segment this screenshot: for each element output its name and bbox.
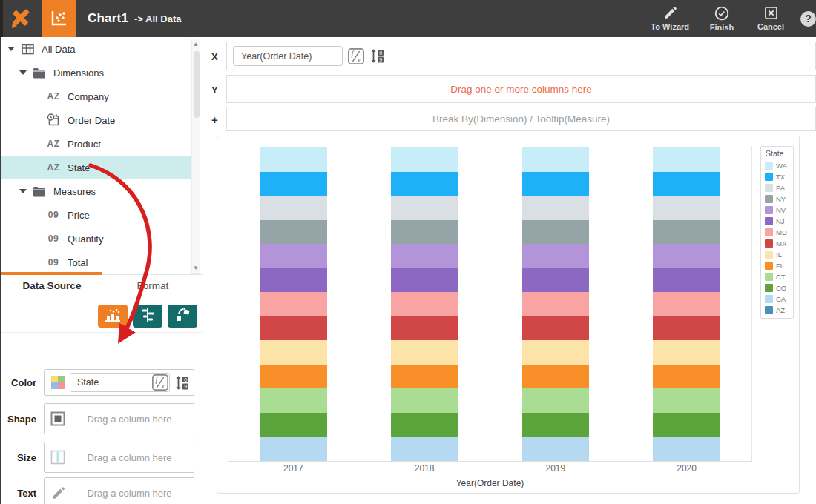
bar-segment-NV[interactable] [260,244,327,268]
tab-format[interactable]: Format [102,275,203,296]
bar-segment-CT[interactable] [391,388,458,413]
bar-segment-CO[interactable] [391,413,458,437]
bar-segment-PA[interactable] [522,196,589,220]
legend-item-NY[interactable]: NY [761,193,793,205]
bar-segment-PA[interactable] [260,196,327,220]
tab-data-source[interactable]: Data Source [1,275,102,296]
stacked-bar-2020[interactable] [653,147,720,461]
bar-segment-NY[interactable] [522,220,589,245]
bar-segment-CA[interactable] [522,437,589,461]
bar-segment-TX[interactable] [260,172,327,196]
app-logo-icon[interactable] [0,0,42,37]
legend-item-AZ[interactable]: AZ [761,305,793,316]
bar-segment-WA[interactable] [391,147,458,172]
bar-segment-NV[interactable] [522,244,589,268]
legend-item-IL[interactable]: IL [761,249,793,260]
bar-segment-MD[interactable] [522,292,589,316]
bar-segment-WA[interactable] [653,147,720,172]
x-column-pill[interactable]: Year(Order Date) [233,46,343,66]
x-axis-drop-zone[interactable]: Year(Order Date) fx 09 [226,42,816,70]
tree-item-all-data[interactable]: All Data [1,37,191,61]
bar-segment-PA[interactable] [653,196,720,220]
bar-segment-IL[interactable] [653,340,720,365]
bar-segment-CA[interactable] [653,437,720,461]
tree-item-price[interactable]: 09Price [1,203,191,227]
size-drop-zone[interactable]: Drag a column here [44,442,194,473]
tree-item-order-date[interactable]: Order Date [1,108,191,132]
tree-scrollbar[interactable]: ▲ ▼ [191,39,200,274]
bar-segment-FL[interactable] [522,365,589,389]
bar-segment-CT[interactable] [522,388,589,413]
bar-segment-NJ[interactable] [391,268,458,293]
bar-segment-FL[interactable] [391,365,458,389]
caret-down-icon[interactable] [19,189,27,193]
stacked-bar-2019[interactable] [522,147,589,461]
bar-segment-CT[interactable] [653,388,720,413]
tree-item-total[interactable]: 09Total [1,251,191,274]
bar-segment-WA[interactable] [522,147,589,172]
bar-segment-FL[interactable] [653,365,720,389]
help-button[interactable]: ? [800,11,816,27]
bar-segment-MA[interactable] [653,316,720,341]
bar-segment-NJ[interactable] [653,268,720,293]
legend-item-MD[interactable]: MD [761,227,793,238]
bar-segment-CO[interactable] [260,413,327,437]
text-drop-zone[interactable]: Drag a column here [44,477,194,504]
tree-item-state[interactable]: AZState [1,156,191,179]
bar-segment-IL[interactable] [522,340,589,365]
tree-item-company[interactable]: AZCompany [1,84,191,108]
shape-drop-zone[interactable]: Drag a column here [44,403,194,434]
legend-item-PA[interactable]: PA [761,182,793,193]
transpose-chart-type-button[interactable] [168,305,197,328]
y-axis-drop-zone[interactable]: Drag one or more columns here [226,75,816,103]
bar-segment-MD[interactable] [260,292,327,316]
bar-segment-MA[interactable] [391,316,458,341]
sort-order-button[interactable]: 09 [370,48,384,64]
bar-segment-NY[interactable] [391,220,458,245]
color-drop-zone[interactable]: Statefx09 [44,369,194,396]
tree-item-measures[interactable]: Measures [1,179,191,203]
bar-segment-IL[interactable] [260,340,327,365]
bar-segment-CT[interactable] [260,388,327,413]
bar-segment-TX[interactable] [522,172,589,196]
chart-module-tab[interactable] [42,0,76,37]
legend-item-TX[interactable]: TX [761,171,793,182]
butterfly-chart-type-button[interactable] [133,305,162,328]
to-wizard-button[interactable]: To Wizard [651,6,689,31]
scroll-down-icon[interactable]: ▼ [193,263,199,273]
caret-down-icon[interactable] [19,70,27,75]
bar-segment-NY[interactable] [653,220,720,245]
legend-item-MA[interactable]: MA [761,238,793,249]
break-by-drop-zone[interactable]: Break By(Dimension) / Tooltip(Measure) [226,107,816,131]
bar-segment-TX[interactable] [391,172,458,196]
bar-segment-CO[interactable] [522,413,589,437]
fx-formula-button[interactable]: fx [347,47,365,65]
fx-formula-button[interactable]: fx [151,374,169,391]
bar-segment-MD[interactable] [653,292,720,316]
legend-item-NV[interactable]: NV [761,205,793,216]
legend-item-CA[interactable]: CA [761,294,793,305]
legend-item-NJ[interactable]: NJ [761,216,793,227]
finish-button[interactable]: Finish [705,6,738,32]
tree-item-quantity[interactable]: 09Quantity [1,227,191,251]
legend-item-CO[interactable]: CO [761,282,793,294]
bar-segment-NJ[interactable] [260,268,327,293]
bar-segment-MD[interactable] [391,292,458,316]
bar-segment-WA[interactable] [260,147,327,172]
legend-item-CT[interactable]: CT [761,271,793,282]
bar-segment-TX[interactable] [653,172,720,196]
bar-segment-MA[interactable] [260,316,327,341]
bar-segment-NJ[interactable] [522,268,589,293]
bar-segment-IL[interactable] [391,340,458,365]
scroll-up-icon[interactable]: ▲ [193,39,199,50]
tree-item-product[interactable]: AZProduct [1,132,191,156]
stacked-bar-2017[interactable] [260,147,327,461]
color-column-pill[interactable]: Statefx [70,373,170,392]
bar-segment-FL[interactable] [260,365,327,389]
bar-segment-CA[interactable] [260,437,327,461]
bar-segment-CA[interactable] [391,437,458,461]
bar-segment-NV[interactable] [653,244,720,268]
stacked-bar-2018[interactable] [391,147,458,461]
bar-segment-NY[interactable] [260,220,327,245]
scrollbar-thumb[interactable] [194,51,200,118]
